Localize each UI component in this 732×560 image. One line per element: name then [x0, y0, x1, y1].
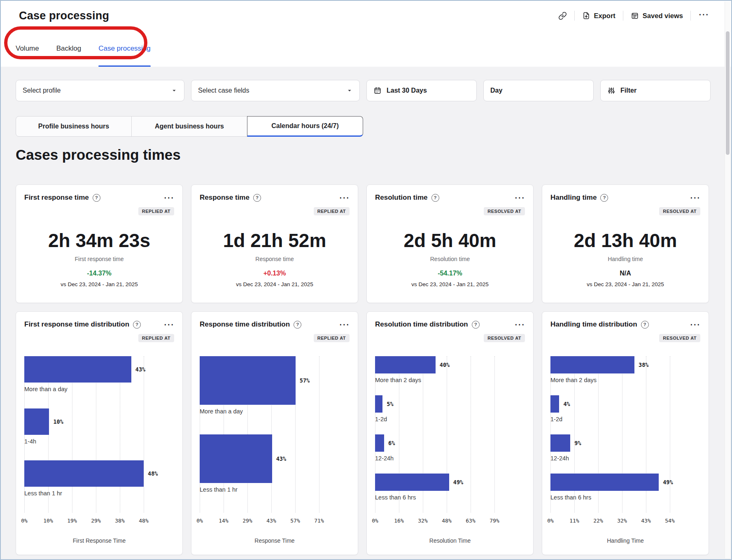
profile-select[interactable]: Select profile: [16, 80, 184, 101]
bar-chart: 43%More than a day10%1-4h48%Less than 1 …: [24, 356, 144, 513]
segment-agent-business-hours[interactable]: Agent business hours: [131, 116, 247, 137]
help-icon[interactable]: ?: [93, 194, 100, 202]
card-header: Resolution time?⋯: [375, 192, 525, 203]
bar-category-label: More than 2 days: [550, 377, 670, 383]
card-overflow-menu[interactable]: ⋯: [163, 192, 174, 203]
badge-row: RESOLVED AT: [550, 207, 700, 215]
kpi-value: 1d 21h 52m: [200, 229, 350, 252]
bar-row: 38%More than 2 days: [550, 356, 670, 395]
bar[interactable]: [24, 408, 49, 435]
kpi-compare-period: vs Dec 23, 2024 - Jan 21, 2025: [550, 281, 700, 287]
bar[interactable]: [550, 356, 634, 373]
card-overflow-menu[interactable]: ⋯: [339, 319, 350, 330]
tab-volume[interactable]: Volume: [16, 30, 39, 67]
card-overflow-menu[interactable]: ⋯: [514, 319, 525, 330]
kpi-delta: N/A: [550, 270, 700, 277]
x-axis-tick: 54%: [665, 518, 674, 524]
bar-track: 6%: [375, 434, 494, 452]
card-header: Handling time distribution?⋯: [550, 319, 700, 330]
card-header: Response time?⋯: [200, 192, 350, 203]
export-icon: [582, 12, 590, 20]
card-title: Resolution time: [375, 194, 428, 202]
bar[interactable]: [550, 474, 659, 491]
export-button[interactable]: Export: [582, 12, 615, 20]
header-divider: [690, 11, 691, 21]
help-icon[interactable]: ?: [294, 321, 301, 329]
date-range-picker[interactable]: Last 30 Days: [366, 80, 477, 101]
segment-profile-business-hours[interactable]: Profile business hours: [16, 116, 132, 137]
bar[interactable]: [550, 434, 570, 452]
x-axis-tick: 48%: [139, 518, 148, 524]
bar-category-label: 1-2d: [375, 416, 494, 422]
card-overflow-menu[interactable]: ⋯: [163, 319, 174, 330]
x-axis-tick: 57%: [290, 518, 300, 524]
sliders-icon: [607, 86, 615, 95]
saved-views-button[interactable]: Saved views: [631, 12, 683, 20]
chart-card: Response time distribution?⋯REPLIED AT57…: [191, 311, 358, 555]
bar-row: 43%More than a day: [24, 356, 144, 408]
bar[interactable]: [375, 395, 382, 413]
x-axis-tick: 79%: [490, 518, 499, 524]
bar-category-label: Less than 1 hr: [200, 486, 319, 493]
scrollbar-thumb[interactable]: [726, 31, 730, 155]
case-fields-select[interactable]: Select case fields: [191, 80, 360, 101]
card-overflow-menu[interactable]: ⋯: [514, 192, 525, 203]
bar-rows: 40%More than 2 days5%1-2d6%12-24h49%Less…: [375, 356, 494, 513]
segment-calendar-hours[interactable]: Calendar hours (24/7): [247, 116, 363, 137]
tab-case-processing[interactable]: Case processing: [98, 30, 151, 67]
ellipsis-icon: ⋯: [690, 191, 700, 206]
bar-value-label: 43%: [276, 455, 286, 462]
card-header: First response time?⋯: [24, 192, 174, 203]
bar[interactable]: [200, 356, 296, 405]
help-icon[interactable]: ?: [431, 194, 439, 202]
card-overflow-menu[interactable]: ⋯: [690, 319, 700, 330]
help-icon[interactable]: ?: [600, 194, 608, 202]
bar-row: 6%12-24h: [375, 434, 494, 474]
ellipsis-icon: ⋯: [698, 9, 709, 22]
badge-row: RESOLVED AT: [375, 334, 525, 342]
x-axis-tick: 63%: [466, 518, 475, 524]
page-root: { "header": { "title": "Case processing"…: [0, 0, 732, 560]
ellipsis-icon: ⋯: [690, 318, 700, 333]
bar[interactable]: [375, 356, 436, 373]
kpi-card: Resolution time?⋯RESOLVED AT2d 5h 40mRes…: [366, 184, 534, 303]
x-axis-ticks: 0%11%22%32%43%54%: [550, 518, 670, 525]
x-axis-tick: 10%: [43, 518, 53, 524]
kpi-compare-period: vs Dec 23, 2024 - Jan 21, 2025: [200, 281, 350, 287]
bar[interactable]: [375, 434, 384, 452]
help-icon[interactable]: ?: [472, 321, 480, 329]
profile-select-placeholder: Select profile: [23, 87, 61, 94]
share-link-button[interactable]: [558, 12, 567, 20]
filter-button[interactable]: Filter: [600, 80, 711, 101]
badge-row: RESOLVED AT: [375, 207, 525, 215]
bar-track: 10%: [24, 408, 144, 435]
help-icon[interactable]: ?: [253, 194, 261, 202]
bar-value-label: 6%: [388, 440, 395, 446]
card-overflow-menu[interactable]: ⋯: [339, 192, 350, 203]
help-icon[interactable]: ?: [133, 321, 141, 329]
export-label: Export: [594, 12, 615, 20]
bar-track: 43%: [200, 434, 319, 483]
bar[interactable]: [200, 434, 272, 483]
bar-value-label: 38%: [639, 362, 648, 368]
help-icon[interactable]: ?: [641, 321, 649, 329]
calendar-icon: [373, 86, 382, 95]
tab-backlog[interactable]: Backlog: [56, 30, 81, 67]
bar-chart: 57%More than a day43%Less than 1 hr: [200, 356, 319, 513]
chart-card: Resolution time distribution?⋯RESOLVED A…: [366, 311, 534, 555]
header-overflow-menu[interactable]: ⋯: [698, 9, 709, 22]
card-header: First response time distribution?⋯: [24, 319, 174, 330]
x-axis-tick: 43%: [641, 518, 650, 524]
kpi-delta: -14.37%: [24, 270, 174, 277]
card-overflow-menu[interactable]: ⋯: [690, 192, 700, 203]
bar-track: 49%: [375, 474, 494, 491]
ellipsis-icon: ⋯: [339, 191, 350, 206]
bar[interactable]: [24, 460, 144, 487]
bar[interactable]: [24, 356, 131, 383]
card-header: Response time distribution?⋯: [200, 319, 350, 330]
interval-select[interactable]: Day: [483, 80, 594, 101]
chevron-down-icon: [346, 87, 353, 94]
x-axis-tick: 43%: [266, 518, 276, 524]
bar[interactable]: [550, 395, 559, 413]
bar[interactable]: [375, 474, 449, 491]
